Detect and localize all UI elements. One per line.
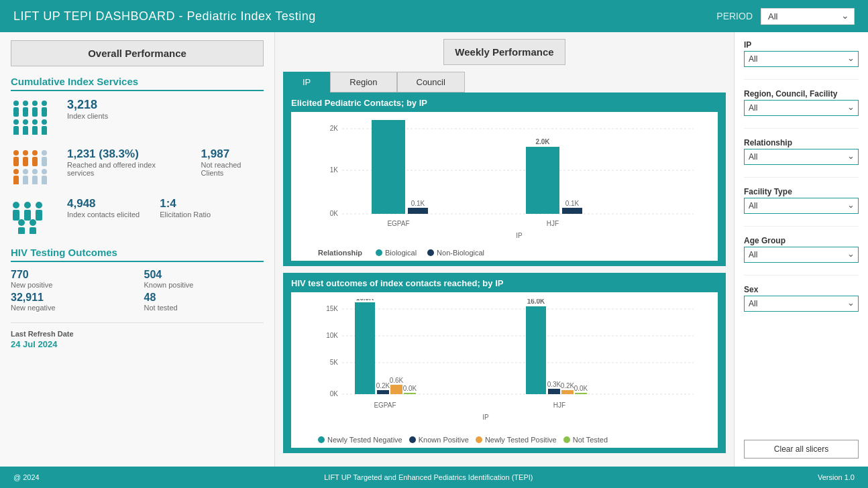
svg-point-40 — [30, 219, 36, 226]
tab-region[interactable]: Region — [330, 72, 396, 93]
svg-rect-37 — [36, 210, 42, 221]
divider-4 — [744, 226, 859, 227]
contacts-count-wrap: 4,948 Index contacts elicited — [67, 197, 140, 219]
filter-region-select[interactable]: All — [744, 100, 859, 116]
svg-rect-53 — [526, 147, 559, 214]
chart1-section: Elicited Pediatric Contacts; by IP 2K 1K… — [283, 93, 726, 266]
biological-label: Biological — [385, 249, 417, 257]
svg-rect-41 — [30, 227, 36, 234]
svg-rect-67 — [355, 302, 375, 394]
svg-text:IP: IP — [482, 414, 489, 421]
contacts-icon — [11, 197, 58, 236]
filter-sex-select-wrap[interactable]: All — [744, 296, 859, 312]
period-select[interactable]: All — [761, 8, 855, 25]
filter-relationship-select-wrap[interactable]: All — [744, 149, 859, 165]
chart1-svg: 2K 1K 0K 2.8K 0.1K EGPAF — [318, 119, 714, 243]
chart2-area: 15K 10K 5K 0K 16.9K 0.2K 0.6K — [291, 292, 718, 448]
ratio-wrap: 1:4 Elicitation Ratio — [160, 197, 211, 219]
svg-rect-35 — [24, 210, 31, 221]
svg-rect-78 — [548, 389, 560, 394]
svg-rect-55 — [562, 208, 582, 214]
svg-rect-71 — [390, 385, 402, 394]
newly-tested-pos-legend: Newly Tested Positive — [476, 436, 557, 444]
contacts-label: Index contacts elicited — [67, 210, 140, 219]
svg-rect-11 — [23, 126, 28, 135]
svg-text:2.0K: 2.0K — [535, 138, 550, 145]
non-biological-label: Non-Biological — [437, 249, 484, 257]
filter-age-group-select[interactable]: All — [744, 247, 859, 263]
svg-point-14 — [42, 119, 47, 125]
app-header: LIFT UP TEPI DASHBOARD - Pediatric Index… — [0, 0, 868, 32]
chart2-title: HIV test outcomes of index contacts reac… — [291, 278, 718, 288]
svg-rect-31 — [42, 176, 47, 184]
svg-text:EGPAF: EGPAF — [387, 220, 409, 227]
filter-sex-select[interactable]: All — [744, 296, 859, 312]
new-positive-label: New positive — [11, 281, 131, 289]
newly-tested-neg-dot — [318, 436, 325, 443]
svg-text:0.2K: 0.2K — [376, 382, 390, 389]
ratio-count: 1:4 — [160, 197, 211, 210]
filter-facility-type-select-wrap[interactable]: All — [744, 198, 859, 214]
weekly-performance-title: Weekly Performance — [443, 39, 565, 65]
filter-relationship-select[interactable]: All — [744, 149, 859, 165]
filter-age-group-label: Age Group — [744, 236, 859, 245]
index-clients-row: 3,218 Index clients — [11, 98, 264, 137]
svg-text:2K: 2K — [330, 125, 339, 132]
index-clients-values: 3,218 Index clients — [67, 98, 264, 120]
filter-age-group-select-wrap[interactable]: All — [744, 247, 859, 263]
svg-point-36 — [36, 202, 42, 208]
svg-text:0.3K: 0.3K — [547, 381, 561, 388]
tab-ip[interactable]: IP — [283, 72, 330, 93]
svg-point-38 — [18, 219, 25, 226]
filter-region: Region, Council, Facility All — [744, 89, 859, 116]
clear-slicers-button[interactable]: Clear all slicers — [744, 440, 859, 459]
new-negative-wrap: 32,911 New negative — [11, 292, 131, 312]
not-tested-chart-label: Not Tested — [573, 436, 608, 444]
filter-ip: IP All — [744, 40, 859, 67]
not-tested-legend: Not Tested — [563, 436, 608, 444]
svg-text:IP: IP — [516, 232, 523, 239]
chart1-legend: Relationship Biological Non-Biological — [318, 249, 711, 257]
hiv-title: HIV Testing Outcomes — [11, 247, 264, 262]
svg-text:0.1K: 0.1K — [565, 200, 580, 207]
refresh-label: Last Refresh Date — [11, 330, 264, 338]
svg-rect-17 — [13, 157, 19, 166]
app-title: LIFT UP TEPI DASHBOARD - Pediatric Index… — [13, 9, 316, 23]
svg-rect-69 — [377, 390, 389, 394]
svg-rect-50 — [408, 208, 428, 214]
newly-tested-pos-dot — [476, 436, 482, 443]
svg-point-28 — [32, 169, 38, 174]
chart2-svg: 15K 10K 5K 0K 16.9K 0.2K 0.6K — [318, 299, 714, 430]
filter-region-select-wrap[interactable]: All — [744, 100, 859, 116]
svg-text:0K: 0K — [330, 390, 339, 398]
index-clients-count: 3,218 — [67, 98, 264, 112]
cumulative-section-title: Cumulative Index Services — [11, 76, 264, 91]
refresh-section: Last Refresh Date 24 Jul 2024 — [11, 322, 264, 349]
contacts-count: 4,948 — [67, 197, 140, 210]
filter-sex: Sex All — [744, 285, 859, 312]
filter-ip-select-wrap[interactable]: All — [744, 51, 859, 67]
svg-rect-23 — [13, 176, 19, 184]
svg-text:5K: 5K — [330, 359, 339, 366]
svg-rect-33 — [13, 210, 19, 221]
svg-text:0.0K: 0.0K — [403, 385, 417, 392]
reached-icon — [11, 147, 58, 186]
new-negative: 32,911 — [11, 292, 131, 304]
period-select-wrapper[interactable]: All — [761, 8, 855, 25]
svg-rect-5 — [32, 107, 38, 117]
tab-council[interactable]: Council — [397, 72, 465, 93]
not-tested-dot — [563, 436, 570, 443]
svg-rect-25 — [42, 157, 47, 166]
filter-ip-select[interactable]: All — [744, 51, 859, 67]
contacts-pair: 4,948 Index contacts elicited 1:4 Elicit… — [67, 197, 264, 219]
index-clients-icon — [11, 98, 58, 137]
svg-text:HJF: HJF — [553, 402, 565, 409]
title-subtitle: - Pediatric Index Testing — [175, 9, 316, 23]
svg-point-10 — [23, 119, 28, 125]
ratio-label: Elicitation Ratio — [160, 210, 211, 219]
reached-pair: 1,231 (38.3%) Reached and offered index … — [67, 147, 264, 177]
svg-text:10K: 10K — [326, 332, 338, 339]
non-biological-dot — [427, 249, 434, 256]
svg-point-22 — [13, 169, 19, 174]
filter-facility-type-select[interactable]: All — [744, 198, 859, 214]
